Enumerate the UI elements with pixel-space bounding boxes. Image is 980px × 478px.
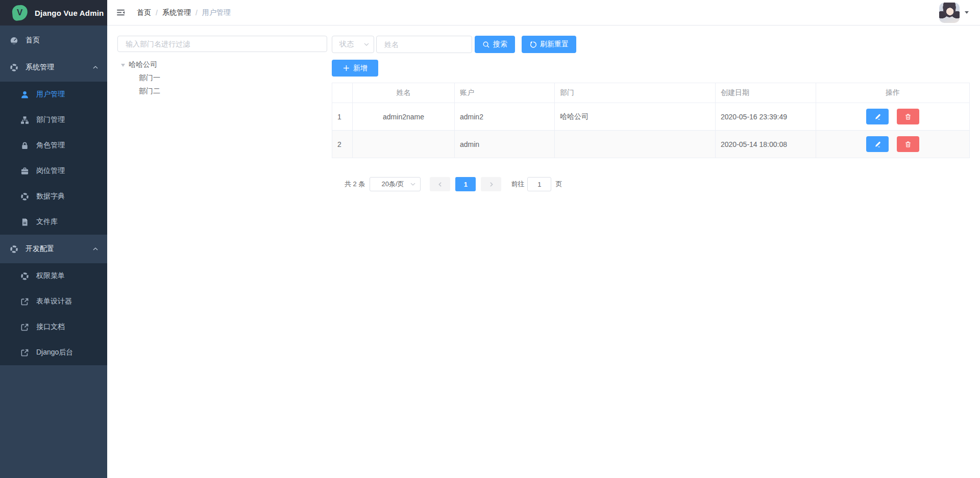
sidebar-item-form-designer[interactable]: 表单设计器 xyxy=(0,289,107,314)
table-row[interactable]: 2 admin 2020-05-14 18:00:08 xyxy=(332,131,970,158)
delete-button[interactable] xyxy=(897,136,919,152)
avatar[interactable] xyxy=(939,3,960,23)
status-select-placeholder: 状态 xyxy=(339,40,354,49)
breadcrumb-separator: / xyxy=(195,9,198,17)
component-icon xyxy=(10,245,18,254)
total-count-label: 共 2 条 xyxy=(345,180,365,189)
breadcrumb-separator: / xyxy=(156,9,158,17)
goto-page-input[interactable] xyxy=(527,177,551,191)
header: 首页 / 系统管理 / 用户管理 xyxy=(107,0,980,26)
briefcase-icon xyxy=(20,167,29,175)
content: 哈哈公司 部门一 部门二 状态 xyxy=(107,26,980,202)
refresh-reset-button[interactable]: 刷新重置 xyxy=(522,36,576,53)
component-icon xyxy=(20,272,29,281)
chevron-right-icon xyxy=(488,181,495,188)
external-link-icon xyxy=(20,348,29,357)
cell-actions xyxy=(816,131,970,158)
external-link-icon xyxy=(20,323,29,332)
sidebar-item-files[interactable]: 文件库 xyxy=(0,209,107,235)
sidebar: V Django Vue Admin 首页 系统管理 xyxy=(0,0,107,478)
document-icon xyxy=(20,218,29,227)
sidebar-item-permissions[interactable]: 权限菜单 xyxy=(0,263,107,289)
name-input[interactable] xyxy=(376,36,472,53)
department-tree: 哈哈公司 部门一 部门二 xyxy=(117,58,327,98)
tree-node-dept1[interactable]: 部门一 xyxy=(117,71,327,85)
sidebar-item-django-admin[interactable]: Django后台 xyxy=(0,340,107,365)
page-1-button[interactable]: 1 xyxy=(455,177,476,191)
status-select[interactable]: 状态 xyxy=(332,36,374,53)
sidebar-item-label: 文件库 xyxy=(36,217,58,227)
search-icon xyxy=(482,41,490,48)
logo[interactable]: V Django Vue Admin xyxy=(0,0,107,26)
edit-icon xyxy=(874,141,881,148)
user-panel: 状态 搜索 xyxy=(332,36,970,191)
sidebar-section-label: 系统管理 xyxy=(26,63,54,72)
col-created[interactable]: 创建日期 xyxy=(716,83,816,103)
sidebar-item-label: 用户管理 xyxy=(36,90,65,99)
sidebar-item-label: 角色管理 xyxy=(36,141,65,150)
sidebar-item-users[interactable]: 用户管理 xyxy=(0,82,107,107)
prev-page-button[interactable] xyxy=(430,177,450,191)
col-account[interactable]: 账户 xyxy=(455,83,555,103)
cell-index: 1 xyxy=(332,103,353,131)
breadcrumb-system[interactable]: 系统管理 xyxy=(162,8,191,17)
tree-node-label: 部门一 xyxy=(139,73,160,83)
sidebar-item-api-docs[interactable]: 接口文档 xyxy=(0,314,107,340)
sidebar-item-roles[interactable]: 角色管理 xyxy=(0,133,107,158)
logo-letter: V xyxy=(17,8,22,18)
breadcrumb-home[interactable]: 首页 xyxy=(137,8,151,17)
sidebar-item-departments[interactable]: 部门管理 xyxy=(0,107,107,133)
cell-created: 2020-05-16 23:39:49 xyxy=(716,103,816,131)
sidebar-section-system[interactable]: 系统管理 xyxy=(0,53,107,82)
sidebar-item-label: 岗位管理 xyxy=(36,166,65,175)
user-menu[interactable] xyxy=(939,3,969,23)
page-size-select[interactable]: 20条/页 xyxy=(370,177,421,191)
delete-button[interactable] xyxy=(897,109,919,124)
edit-button[interactable] xyxy=(866,109,889,124)
user-icon xyxy=(20,90,29,99)
add-button-label: 新增 xyxy=(353,64,368,73)
external-link-icon xyxy=(20,297,29,306)
sidebar-section-dev[interactable]: 开发配置 xyxy=(0,235,107,263)
sidebar-item-label: 接口文档 xyxy=(36,322,65,332)
department-panel: 哈哈公司 部门一 部门二 xyxy=(117,36,327,98)
sidebar-item-posts[interactable]: 岗位管理 xyxy=(0,158,107,184)
table-header-row: 姓名 账户 部门 创建日期 操作 xyxy=(332,83,970,103)
lock-icon xyxy=(20,141,29,150)
goto-label: 前往 xyxy=(511,180,524,189)
submenu-system: 用户管理 部门管理 角色管理 xyxy=(0,82,107,235)
cell-name: admin2name xyxy=(353,103,455,131)
search-button-label: 搜索 xyxy=(493,40,507,49)
add-button[interactable]: 新增 xyxy=(332,60,378,77)
refresh-icon xyxy=(529,41,537,48)
app-root: V Django Vue Admin 首页 系统管理 xyxy=(0,0,980,478)
col-name[interactable]: 姓名 xyxy=(353,83,455,103)
cell-index: 2 xyxy=(332,131,353,158)
caret-down-icon xyxy=(965,11,969,16)
sidebar-item-label: 数据字典 xyxy=(36,192,65,201)
sidebar-item-label: Django后台 xyxy=(36,348,73,357)
sidebar-item-dictionary[interactable]: 数据字典 xyxy=(0,184,107,209)
tree-node-company[interactable]: 哈哈公司 xyxy=(117,58,327,71)
breadcrumb-current: 用户管理 xyxy=(202,8,231,17)
edit-button[interactable] xyxy=(866,136,889,152)
next-page-button[interactable] xyxy=(481,177,501,191)
tree-expand-icon[interactable] xyxy=(121,64,125,69)
hamburger-icon xyxy=(116,8,125,17)
col-department[interactable]: 部门 xyxy=(555,83,716,103)
sidebar-item-home[interactable]: 首页 xyxy=(0,28,107,53)
hamburger-button[interactable] xyxy=(107,0,133,25)
refresh-button-label: 刷新重置 xyxy=(540,40,569,49)
tree-node-dept2[interactable]: 部门二 xyxy=(117,85,327,98)
sidebar-menu: 首页 系统管理 用户管理 xyxy=(0,26,107,365)
table-row[interactable]: 1 admin2name admin2 哈哈公司 2020-05-16 23:3… xyxy=(332,103,970,131)
cell-created: 2020-05-14 18:00:08 xyxy=(716,131,816,158)
main-area: 首页 / 系统管理 / 用户管理 哈哈公司 xyxy=(107,0,980,478)
plus-icon xyxy=(342,64,350,72)
chevron-down-icon xyxy=(409,181,416,188)
search-button[interactable]: 搜索 xyxy=(475,36,515,53)
col-actions: 操作 xyxy=(816,83,970,103)
chevron-up-icon xyxy=(92,64,99,71)
department-filter-input[interactable] xyxy=(117,36,327,52)
sidebar-item-label: 权限菜单 xyxy=(36,271,65,281)
